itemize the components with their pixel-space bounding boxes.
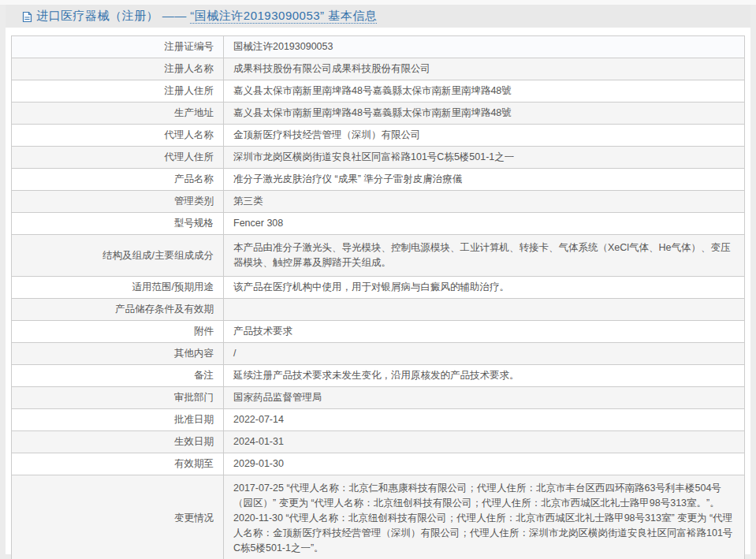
row-label: 其他内容: [12, 343, 224, 365]
table-row: 管理类别第三类: [12, 191, 745, 213]
row-label-text: 变更情况: [174, 512, 214, 524]
page-title-highlight: “国械注许20193090053” 基本信息: [190, 9, 377, 24]
row-value-line: 2022-07-14: [233, 412, 735, 427]
row-label: 代理人住所: [12, 147, 224, 169]
row-label: 产品储存条件及有效期: [12, 299, 224, 321]
document-icon: [22, 11, 32, 23]
registration-info-table: 注册证编号国械注许20193090053注册人名称成果科技股份有限公司成果科技股…: [11, 35, 745, 559]
row-value-line: /: [233, 346, 735, 361]
row-label-text: 备注: [194, 370, 214, 381]
row-label: 型号规格: [12, 213, 224, 235]
row-value: 金顶新医疗科技经营管理（深圳）有限公司: [224, 125, 745, 147]
row-value-line: 第三类: [233, 194, 735, 209]
row-label-text: 适用范围/预期用途: [132, 281, 214, 293]
table-row: 其他内容/: [12, 343, 745, 365]
row-label-text: 代理人名称: [165, 129, 214, 140]
table-row: 审批部门国家药品监督管理局: [12, 387, 745, 409]
row-value: 嘉义县太保市南新里南埤路48号嘉義縣太保市南新里南埤路48號: [224, 102, 745, 125]
row-value: 嘉义县太保市南新里南埤路48号嘉義縣太保市南新里南埤路48號: [224, 80, 745, 102]
row-value-line: 嘉义县太保市南新里南埤路48号嘉義縣太保市南新里南埤路48號: [233, 84, 735, 99]
row-label: 管理类别: [12, 191, 224, 213]
row-value: [224, 299, 745, 321]
row-value: 深圳市龙岗区横岗街道安良社区同富裕路101号C栋5楼501-1之一: [224, 147, 745, 169]
row-label-text: 其他内容: [174, 348, 214, 359]
row-label-text: 生产地址: [174, 107, 214, 118]
row-label: 注册人住所: [12, 80, 224, 102]
row-label: 代理人名称: [12, 125, 224, 147]
row-value: 国械注许20193090053: [224, 36, 745, 58]
table-row: 适用范围/预期用途该产品在医疗机构中使用，用于对银屑病与白癜风的辅助治疗。: [12, 277, 745, 299]
row-label: 审批部门: [12, 387, 224, 409]
row-label: 结构及组成/主要组成成分: [12, 235, 224, 277]
page-header: 进口医疗器械（注册） —— “国械注许20193090053” 基本信息: [6, 5, 750, 28]
row-label-text: 代理人住所: [165, 151, 214, 162]
row-value-line: 嘉义县太保市南新里南埤路48号嘉義縣太保市南新里南埤路48號: [233, 106, 735, 121]
row-label: 附件: [12, 321, 224, 343]
row-label: 产品名称: [12, 169, 224, 191]
row-value: 成果科技股份有限公司成果科技股份有限公司: [224, 58, 745, 80]
row-value-line: 产品技术要求: [233, 324, 735, 339]
row-label-text: 附件: [194, 326, 214, 337]
table-row: 代理人名称金顶新医疗科技经营管理（深圳）有限公司: [12, 125, 745, 147]
content-panel: 进口医疗器械（注册） —— “国械注许20193090053” 基本信息 注册证…: [6, 5, 750, 554]
row-value-line: 国家药品监督管理局: [233, 390, 735, 405]
row-label: 有效期至: [12, 453, 224, 475]
row-label-text: 注册证编号: [165, 41, 214, 52]
row-value-line: 该产品在医疗机构中使用，用于对银屑病与白癜风的辅助治疗。: [233, 280, 735, 295]
table-wrap: 注册证编号国械注许20193090053注册人名称成果科技股份有限公司成果科技股…: [6, 28, 750, 559]
table-row: 生效日期2024-01-31: [12, 431, 745, 453]
table-row: 产品储存条件及有效期: [12, 299, 745, 321]
row-value: 2017-07-25 “代理人名称：北京仁和惠康科技有限公司；代理人住所：北京市…: [224, 475, 745, 559]
row-value-line: 准分子激光皮肤治疗仪 “成果” 準分子雷射皮膚治療儀: [233, 172, 735, 187]
row-label: 变更情况: [12, 475, 224, 559]
row-label: 注册人名称: [12, 58, 224, 80]
row-value: 本产品由准分子激光头、导光模块、控制电源模块、工业计算机、转接卡、气体系统（Xe…: [224, 235, 745, 277]
row-label: 备注: [12, 365, 224, 387]
table-row: 注册人名称成果科技股份有限公司成果科技股份有限公司: [12, 58, 745, 80]
row-value-line: 国械注许20193090053: [233, 39, 735, 54]
row-value: 延续注册产品技术要求未发生变化，沿用原核发的产品技术要求。: [224, 365, 745, 387]
page-title: 进口医疗器械（注册） —— “国械注许20193090053” 基本信息: [36, 9, 377, 24]
row-label-text: 管理类别: [174, 196, 214, 207]
row-value-line: 2020-11-30 “代理人名称：北京纽创科技有限公司；代理人住所：北京市西城…: [233, 511, 735, 556]
row-label: 注册证编号: [12, 36, 224, 58]
row-label: 生效日期: [12, 431, 224, 453]
table-row: 变更情况2017-07-25 “代理人名称：北京仁和惠康科技有限公司；代理人住所…: [12, 475, 745, 559]
row-value: Fencer 308: [224, 213, 745, 235]
row-label: 批准日期: [12, 409, 224, 431]
table-row: 批准日期2022-07-14: [12, 409, 745, 431]
row-label: 适用范围/预期用途: [12, 277, 224, 299]
row-label-text: 有效期至: [174, 458, 214, 469]
row-value: 该产品在医疗机构中使用，用于对银屑病与白癜风的辅助治疗。: [224, 277, 745, 299]
row-label-text: 生效日期: [174, 436, 214, 447]
row-label-text: 型号规格: [174, 218, 214, 229]
info-table-body: 注册证编号国械注许20193090053注册人名称成果科技股份有限公司成果科技股…: [12, 36, 745, 559]
row-value-line: 成果科技股份有限公司成果科技股份有限公司: [233, 61, 735, 76]
row-value: 2022-07-14: [224, 409, 745, 431]
row-value-line: 深圳市龙岗区横岗街道安良社区同富裕路101号C栋5楼501-1之一: [233, 150, 735, 165]
table-row: 结构及组成/主要组成成分本产品由准分子激光头、导光模块、控制电源模块、工业计算机…: [12, 235, 745, 277]
page-title-prefix: 进口医疗器械（注册） ——: [36, 9, 190, 22]
table-row: 生产地址嘉义县太保市南新里南埤路48号嘉義縣太保市南新里南埤路48號: [12, 102, 745, 125]
row-value-line: 2029-01-30: [233, 457, 735, 471]
row-label-text: 产品储存条件及有效期: [115, 304, 214, 315]
table-row: 备注延续注册产品技术要求未发生变化，沿用原核发的产品技术要求。: [12, 365, 745, 387]
row-value: 产品技术要求: [224, 321, 745, 343]
row-value: 2029-01-30: [224, 453, 745, 475]
table-row: 注册人住所嘉义县太保市南新里南埤路48号嘉義縣太保市南新里南埤路48號: [12, 80, 745, 102]
row-value: 国家药品监督管理局: [224, 387, 745, 409]
table-row: 注册证编号国械注许20193090053: [12, 36, 745, 58]
row-label-text: 产品名称: [174, 173, 214, 184]
row-label-text: 注册人名称: [165, 63, 214, 74]
row-value: 第三类: [224, 191, 745, 213]
row-label: 生产地址: [12, 102, 224, 125]
row-value-line: 金顶新医疗科技经营管理（深圳）有限公司: [233, 128, 735, 143]
table-row: 型号规格Fencer 308: [12, 213, 745, 235]
table-row: 代理人住所深圳市龙岗区横岗街道安良社区同富裕路101号C栋5楼501-1之一: [12, 147, 745, 169]
row-value-line: 2024-01-31: [233, 434, 735, 449]
row-value-line: 本产品由准分子激光头、导光模块、控制电源模块、工业计算机、转接卡、气体系统（Xe…: [233, 240, 735, 270]
row-value-line: 延续注册产品技术要求未发生变化，沿用原核发的产品技术要求。: [233, 368, 735, 383]
table-row: 有效期至2029-01-30: [12, 453, 745, 475]
row-value: 准分子激光皮肤治疗仪 “成果” 準分子雷射皮膚治療儀: [224, 169, 745, 191]
row-label-text: 批准日期: [174, 414, 214, 425]
